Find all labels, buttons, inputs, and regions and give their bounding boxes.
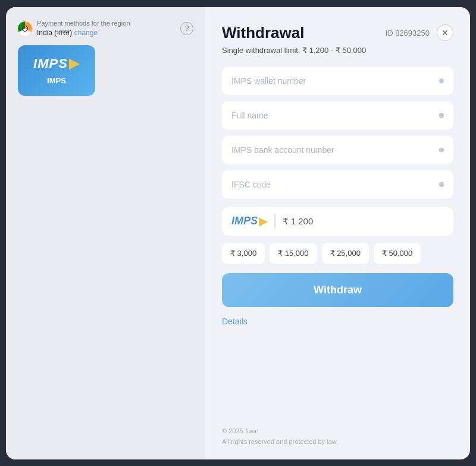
ifsc-placeholder: IFSC code [231,180,271,189]
id-close-group: ID 82693250 ✕ [386,24,453,41]
page-title: Withdrawal [222,24,304,42]
wallet-placeholder: IMPS wallet number [231,76,306,86]
field-dot-icon [439,79,444,83]
header: Withdrawal ID 82693250 ✕ [222,24,453,42]
india-flag-icon [18,21,32,36]
imps-arrow-icon: ▶ [69,56,80,71]
imps-logo: IMPS▶ [33,56,80,71]
form-fields: IMPS wallet number Full name IMPS bank a… [222,67,453,199]
region-text: Payment methods for the region India (भा… [37,19,130,38]
region-title: Payment methods for the region [37,19,130,28]
footer: © 2025 1win All rights reserved and prot… [222,414,453,447]
bank-account-placeholder: IMPS bank account number [231,145,334,155]
amount-imps-logo: IMPS▶ [231,215,267,228]
field-dot-icon [439,182,444,187]
quick-amount-1[interactable]: ₹ 3,000 [222,243,265,264]
rights-text: All rights reserved and protected by law… [222,437,453,448]
bank-account-field[interactable]: IMPS bank account number [222,136,453,164]
divider [274,214,275,229]
sidebar: Payment methods for the region India (भा… [6,7,205,459]
modal: Payment methods for the region India (भा… [6,7,470,459]
amount-value: ₹ 1 200 [283,216,314,227]
field-dot-icon [439,113,444,118]
main-content: Withdrawal ID 82693250 ✕ Single withdraw… [205,7,470,459]
fullname-placeholder: Full name [231,111,268,120]
wallet-number-field[interactable]: IMPS wallet number [222,67,453,95]
quick-amounts: ₹ 3,000 ₹ 15,000 ₹ 25,000 ₹ 50,000 [222,243,453,264]
help-icon[interactable]: ? [180,22,193,35]
amount-arrow-icon: ▶ [259,215,267,228]
fullname-field[interactable]: Full name [222,101,453,130]
change-link[interactable]: change [74,29,98,37]
quick-amount-2[interactable]: ₹ 15,000 [270,243,317,264]
quick-amount-3[interactable]: ₹ 25,000 [322,243,369,264]
region-info: Payment methods for the region India (भा… [18,19,193,38]
region-name: India (भारत) change [37,28,130,38]
details-link[interactable]: Details [222,317,453,326]
copyright: © 2025 1win [222,426,453,437]
limit-text: Single withdrawal limit: ₹ 1,200 - ₹ 50,… [222,46,453,55]
ifsc-field[interactable]: IFSC code [222,170,453,199]
quick-amount-4[interactable]: ₹ 50,000 [374,243,421,264]
imps-payment-card[interactable]: IMPS▶ IMPS [18,45,95,96]
transaction-id: ID 82693250 [386,29,430,37]
imps-card-label: IMPS [47,76,66,85]
close-button[interactable]: ✕ [437,24,453,41]
amount-field[interactable]: IMPS▶ ₹ 1 200 [222,207,453,236]
withdraw-button[interactable]: Withdraw [222,273,453,307]
field-dot-icon [439,148,444,152]
